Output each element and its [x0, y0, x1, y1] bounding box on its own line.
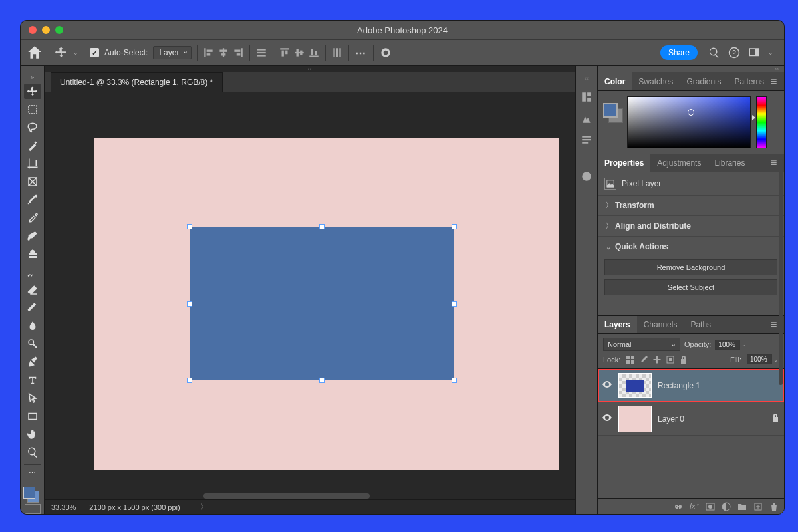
- home-button[interactable]: [26, 45, 43, 60]
- quick-actions-section[interactable]: ⌄Quick Actions: [598, 236, 784, 257]
- healing-brush-tool[interactable]: [24, 210, 41, 225]
- canvas[interactable]: [94, 138, 559, 470]
- align-bottom-icon[interactable]: [308, 47, 320, 59]
- auto-select-dropdown[interactable]: Layer: [153, 46, 192, 59]
- edit-toolbar[interactable]: ⋯: [24, 469, 41, 477]
- group-icon[interactable]: [737, 502, 747, 511]
- new-layer-icon[interactable]: [753, 502, 763, 511]
- zoom-tool[interactable]: [24, 445, 41, 460]
- hand-tool[interactable]: [24, 426, 41, 442]
- lasso-tool[interactable]: [24, 120, 41, 135]
- collapsed-panel-4-icon[interactable]: [581, 170, 593, 182]
- auto-select-checkbox[interactable]: ✓: [90, 48, 99, 57]
- tab-layers[interactable]: Layers: [598, 316, 637, 333]
- align-top-icon[interactable]: [279, 47, 291, 59]
- pen-tool[interactable]: [24, 354, 41, 370]
- history-brush-tool[interactable]: [24, 264, 41, 279]
- visibility-toggle[interactable]: [602, 379, 612, 392]
- remove-background-button[interactable]: Remove Background: [604, 259, 777, 275]
- collapsed-panel-2-icon[interactable]: [581, 112, 593, 124]
- fill-field[interactable]: 100%: [747, 354, 772, 364]
- align-hcenter-icon[interactable]: [217, 47, 229, 59]
- share-button[interactable]: Share: [660, 45, 698, 60]
- hue-pointer[interactable]: [752, 115, 755, 120]
- horizontal-scrollbar[interactable]: [203, 493, 370, 499]
- frame-tool[interactable]: [24, 174, 41, 190]
- lock-pixels-icon[interactable]: [626, 355, 635, 364]
- color-panel-menu-icon[interactable]: ≡: [771, 76, 780, 88]
- more-options-icon[interactable]: ⋯: [354, 46, 368, 59]
- delete-layer-icon[interactable]: [769, 502, 779, 511]
- resize-handle-ml[interactable]: [187, 301, 192, 307]
- workspace-switcher-icon[interactable]: [748, 47, 760, 59]
- rectangle-tool[interactable]: [24, 408, 41, 424]
- layer-thumbnail[interactable]: [618, 373, 652, 398]
- opacity-field[interactable]: 100%: [715, 340, 740, 350]
- layer-row-layer-0[interactable]: Layer 0: [598, 402, 784, 436]
- distribute-icon[interactable]: [255, 47, 267, 59]
- path-selection-tool[interactable]: [24, 390, 41, 406]
- align-right-icon[interactable]: [232, 47, 244, 59]
- magic-wand-tool[interactable]: [24, 138, 41, 153]
- canvas-viewport[interactable]: [45, 92, 575, 499]
- marquee-tool[interactable]: [24, 102, 41, 117]
- tab-libraries[interactable]: Libraries: [708, 154, 751, 172]
- zoom-window[interactable]: [55, 26, 63, 34]
- layer-row-rectangle-1[interactable]: Rectangle 1: [598, 369, 784, 402]
- align-left-icon[interactable]: [203, 47, 215, 59]
- tab-gradients[interactable]: Gradients: [680, 72, 728, 90]
- layer-name[interactable]: Rectangle 1: [658, 381, 700, 390]
- tab-adjustments[interactable]: Adjustments: [650, 154, 708, 172]
- distribute-v-icon[interactable]: [331, 47, 343, 59]
- panel-scrollbar[interactable]: [779, 159, 783, 385]
- zoom-level[interactable]: 33.33%: [51, 503, 76, 511]
- search-icon[interactable]: [708, 47, 720, 59]
- help-icon[interactable]: ?: [728, 47, 740, 59]
- layer-mask-icon[interactable]: [706, 502, 715, 511]
- tool-preset-caret[interactable]: ⌄: [73, 49, 78, 56]
- tab-properties[interactable]: Properties: [598, 154, 650, 172]
- color-cursor[interactable]: [688, 109, 694, 116]
- eraser-tool[interactable]: [24, 282, 41, 297]
- layer-name[interactable]: Layer 0: [658, 414, 684, 424]
- brush-tool[interactable]: [24, 228, 41, 243]
- selected-rectangle[interactable]: [190, 227, 454, 380]
- align-section[interactable]: 〉Align and Distribute: [598, 215, 784, 236]
- move-tool[interactable]: [24, 84, 41, 99]
- color-panel-swatches[interactable]: [603, 103, 622, 122]
- collapsed-panel-1-icon[interactable]: [581, 91, 593, 103]
- lock-position-icon[interactable]: [652, 355, 662, 364]
- select-subject-button[interactable]: Select Subject: [604, 279, 777, 295]
- 3d-mode-icon[interactable]: [379, 46, 392, 59]
- eyedropper-tool[interactable]: [24, 192, 41, 207]
- blend-mode-dropdown[interactable]: Normal: [603, 338, 680, 351]
- tab-color[interactable]: Color: [598, 72, 632, 90]
- link-layers-icon[interactable]: [674, 502, 683, 511]
- color-field[interactable]: [627, 96, 751, 148]
- transform-section[interactable]: 〉Transform: [598, 195, 784, 215]
- resize-handle-br[interactable]: [452, 378, 457, 383]
- collapsed-panel-3-icon[interactable]: [581, 134, 593, 146]
- adjustment-layer-icon[interactable]: [722, 502, 731, 511]
- crop-tool[interactable]: [24, 156, 41, 172]
- lock-icon[interactable]: [771, 413, 780, 424]
- toolbar-expand[interactable]: »: [21, 74, 45, 81]
- resize-handle-tl[interactable]: [187, 224, 192, 229]
- blur-tool[interactable]: [24, 319, 41, 334]
- minimize-window[interactable]: [42, 26, 50, 34]
- visibility-toggle[interactable]: [602, 412, 612, 425]
- close-window[interactable]: [29, 26, 37, 34]
- workspace-caret[interactable]: ⌄: [768, 49, 773, 56]
- align-vcenter-icon[interactable]: [293, 47, 305, 59]
- color-swatches[interactable]: [23, 483, 42, 499]
- resize-handle-tr[interactable]: [452, 224, 457, 229]
- status-caret[interactable]: 〉: [200, 501, 208, 513]
- hue-slider[interactable]: [756, 96, 767, 148]
- tab-patterns[interactable]: Patterns: [728, 72, 771, 90]
- tab-paths[interactable]: Paths: [684, 316, 718, 333]
- move-tool-icon[interactable]: [55, 46, 68, 59]
- lock-all-icon[interactable]: [679, 355, 688, 364]
- lock-paint-icon[interactable]: [639, 355, 648, 364]
- resize-handle-mr[interactable]: [452, 301, 457, 307]
- clone-stamp-tool[interactable]: [24, 246, 41, 261]
